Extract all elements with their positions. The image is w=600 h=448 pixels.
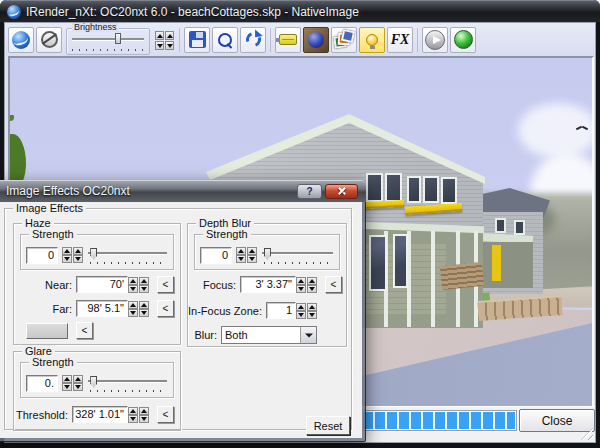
no-render-icon (41, 31, 58, 48)
yellow-lamp-icon (279, 34, 297, 45)
play-icon (425, 30, 445, 50)
haze-strength-field[interactable]: 0 (26, 247, 58, 264)
slider-thumb[interactable] (90, 376, 97, 388)
depth-strength-spinner[interactable] (236, 247, 257, 263)
close-button[interactable]: Close (519, 409, 595, 432)
play-button[interactable] (422, 27, 448, 53)
reset-button[interactable]: Reset (306, 416, 350, 435)
stop-render-button[interactable] (36, 27, 62, 53)
app-window: IRender_nXt: OC20nxt 6.0 - beachCottages… (0, 0, 600, 448)
blur-dropdown[interactable]: Both (221, 326, 317, 344)
far-label: Far: (52, 303, 72, 315)
threshold-pick-button[interactable]: < (157, 406, 174, 423)
slider-thumb[interactable] (90, 248, 97, 260)
upper-window (366, 173, 383, 202)
woodpile (440, 262, 484, 290)
dialog-title: Image Effects OC20nxt (0, 184, 297, 198)
glare-strength-spinner[interactable] (62, 375, 83, 391)
far-pick-button[interactable]: < (157, 300, 174, 317)
far-field[interactable]: 98' 5.1" (76, 300, 128, 317)
dialog-body: Image Effects Haze Strength 0 (0, 202, 362, 438)
save-button[interactable] (184, 27, 210, 53)
image-effects-dialog: Image Effects OC20nxt ? Image Effects Ha… (0, 180, 366, 442)
ground-floor-window (369, 235, 387, 291)
refresh-button[interactable] (240, 27, 266, 53)
near-field[interactable]: 70' (76, 276, 128, 293)
brightness-slider-ticks (72, 49, 144, 51)
chevron-down-icon[interactable] (300, 327, 316, 343)
haze-strength-slider[interactable] (87, 247, 168, 264)
window-title: IRender_nXt: OC20nxt 6.0 - beachCottages… (26, 5, 359, 19)
fx-button[interactable]: FX (387, 27, 413, 53)
haze-strength-group: Strength 0 (20, 234, 174, 270)
brightness-spinner[interactable] (155, 31, 174, 50)
near-spinner[interactable] (128, 277, 149, 293)
glare-strength-field[interactable]: 0. (26, 375, 58, 392)
dialog-close-button[interactable] (325, 184, 358, 199)
toolbar: Brightness FX (5, 23, 595, 56)
slider-thumb[interactable] (264, 248, 271, 260)
focus-spinner[interactable] (296, 277, 317, 293)
image-stack-button[interactable] (331, 27, 357, 53)
glare-group: Glare Strength 0. Threshold: (13, 351, 181, 431)
brightness-group: Brightness (66, 28, 150, 55)
in-focus-zone-field[interactable]: 1 (266, 302, 296, 319)
render-sphere-icon (12, 31, 30, 49)
focus-field[interactable]: 3' 3.37" (240, 276, 296, 293)
in-focus-zone-spinner[interactable] (296, 303, 317, 319)
haze-group: Haze Strength 0 Near: 70' (13, 223, 181, 345)
cloud (518, 103, 594, 158)
focus-pick-button[interactable]: < (325, 276, 342, 293)
toolbar-separator (417, 28, 418, 52)
floppy-disk-icon (189, 31, 206, 48)
threshold-field[interactable]: 328' 1.01" (72, 406, 128, 423)
toolbar-separator (179, 28, 180, 52)
focus-label: Focus: (203, 279, 236, 291)
dialog-titlebar[interactable]: Image Effects OC20nxt ? (0, 180, 366, 202)
far-spinner[interactable] (128, 301, 149, 317)
zoom-button[interactable] (212, 27, 238, 53)
fx-icon: FX (391, 32, 410, 48)
lightbulb-icon (366, 34, 378, 46)
depth-blur-group: Depth Blur Strength 0 Focus: (187, 223, 347, 347)
titlebar[interactable]: IRender_nXt: OC20nxt 6.0 - beachCottages… (0, 0, 600, 22)
near-pick-button[interactable]: < (157, 276, 174, 293)
cottage-window (495, 218, 506, 233)
depth-strength-slider[interactable] (261, 247, 334, 264)
near-label: Near: (45, 279, 72, 291)
upper-window (441, 177, 457, 204)
haze-color-pick-button[interactable]: < (76, 322, 93, 339)
dialog-help-button[interactable]: ? (297, 184, 322, 199)
brightness-slider-thumb[interactable] (115, 33, 121, 44)
refresh-arrows-icon (245, 31, 262, 48)
upper-window (385, 173, 402, 202)
blue-sphere-icon (308, 32, 324, 48)
material-sphere-button[interactable] (303, 27, 329, 53)
blur-dropdown-value: Both (222, 327, 300, 343)
depth-strength-group: Strength 0 (194, 234, 340, 270)
haze-strength-spinner[interactable] (62, 247, 83, 263)
magnifier-icon (216, 31, 234, 49)
upper-window (423, 176, 439, 203)
app-logo-icon (7, 5, 21, 19)
glare-strength-group: Strength 0. (20, 362, 174, 398)
threshold-spinner[interactable] (128, 407, 149, 423)
blur-label: Blur: (194, 329, 217, 341)
bird (576, 124, 588, 130)
green-sphere-icon (454, 30, 473, 49)
depth-strength-field[interactable]: 0 (200, 247, 232, 264)
lamp-button[interactable] (275, 27, 301, 53)
cottage-window (514, 220, 525, 235)
lighting-button[interactable] (359, 27, 385, 53)
render-button[interactable] (8, 27, 34, 53)
haze-color-swatch[interactable] (26, 323, 68, 339)
toolbar-separator (270, 28, 271, 52)
yellow-door (492, 245, 501, 281)
threshold-label: Threshold: (16, 409, 68, 421)
go-button[interactable] (450, 27, 476, 53)
brightness-label: Brightness (72, 23, 119, 32)
in-focus-zone-label: In-Focus Zone: (188, 305, 262, 317)
image-effects-group-label: Image Effects (13, 202, 86, 214)
porch-column (431, 231, 435, 327)
glare-strength-slider[interactable] (87, 375, 168, 392)
